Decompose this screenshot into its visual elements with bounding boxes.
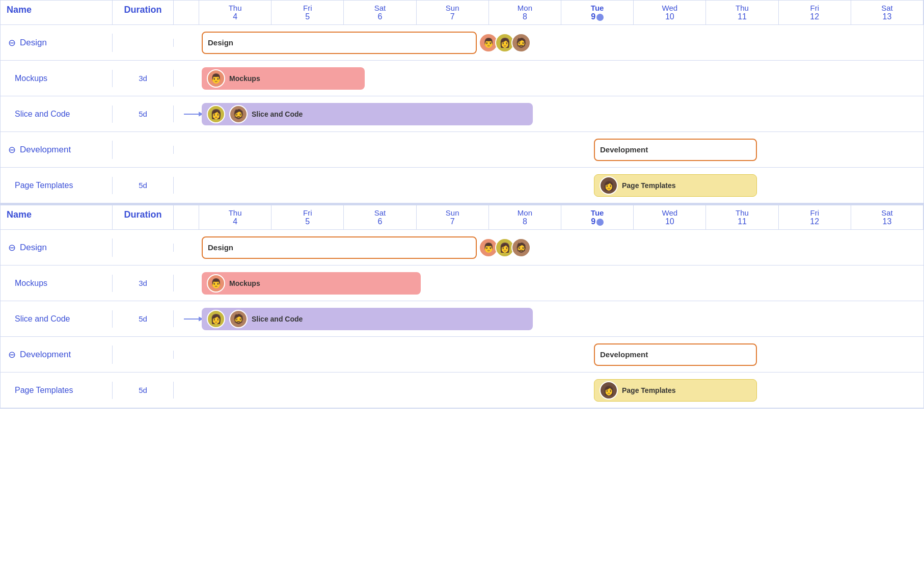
day-name-span: Thu bbox=[201, 208, 269, 217]
avatar-av2: 👩 bbox=[207, 310, 225, 328]
gantt-row-0-0: ⊖DesignDesign👨👩🧔 bbox=[1, 25, 923, 61]
day-name-span: Thu bbox=[708, 4, 776, 12]
bar-label: Mockups bbox=[229, 74, 260, 83]
day-num-span: 5 bbox=[274, 12, 341, 21]
row-duration-4: 5d bbox=[113, 382, 174, 399]
task-bar-pink-1[interactable]: 👨Mockups bbox=[202, 67, 365, 90]
collapse-icon[interactable]: ⊖ bbox=[7, 350, 17, 360]
task-bar-purple-2[interactable]: 👩🧔Slice and Code bbox=[202, 103, 533, 125]
day-num-span: 10 bbox=[636, 217, 703, 226]
row-duration-4: 5d bbox=[113, 177, 174, 194]
task-bar-purple-2[interactable]: 👩🧔Slice and Code bbox=[202, 308, 533, 330]
day-name-span: Sat bbox=[346, 4, 414, 12]
row-duration-3 bbox=[113, 351, 174, 359]
day-name-span: Sun bbox=[419, 208, 486, 217]
task-bar-outline-3[interactable]: Development bbox=[594, 139, 757, 161]
task-bar-outline-3[interactable]: Development bbox=[594, 343, 757, 366]
header-day-8-1: Mon8 bbox=[489, 205, 561, 229]
header-day-partial-0 bbox=[174, 1, 199, 24]
collapse-icon[interactable]: ⊖ bbox=[7, 38, 17, 48]
day-num-span: 8 bbox=[491, 12, 559, 21]
day-num-span: 13 bbox=[853, 12, 921, 21]
header-day-12-1: Fri12 bbox=[779, 205, 851, 229]
bar-label: Development bbox=[600, 145, 648, 154]
row-name-text: Mockups bbox=[15, 74, 47, 83]
header-day-10-1: Wed10 bbox=[634, 205, 706, 229]
bar-label: Design bbox=[208, 243, 233, 252]
day-num-span: 9 bbox=[563, 217, 631, 226]
day-name-span: Sat bbox=[346, 208, 414, 217]
day-num-span: 6 bbox=[346, 12, 414, 21]
task-bar-outline-0[interactable]: Design bbox=[202, 236, 477, 259]
gantt-row-1-0: Mockups3d👨Mockups bbox=[1, 61, 923, 96]
collapse-icon[interactable]: ⊖ bbox=[7, 145, 17, 155]
day-name-span: Mon bbox=[491, 4, 559, 12]
gantt-row-2-0: Slice and Code5d👩🧔Slice and Code bbox=[1, 96, 923, 132]
day-name-span: Sun bbox=[419, 4, 486, 12]
day-name-span: Fri bbox=[781, 4, 849, 12]
day-name-span: Tue bbox=[563, 208, 631, 217]
day-name-span: Fri bbox=[274, 4, 341, 12]
row-name-0: ⊖Design bbox=[1, 238, 113, 257]
row-name-1: Mockups bbox=[1, 70, 113, 87]
header-name-0: Name bbox=[1, 1, 113, 24]
day-name-span: Sat bbox=[853, 4, 921, 12]
row-name-text: Page Templates bbox=[15, 181, 73, 190]
day-name-span: Wed bbox=[636, 208, 703, 217]
task-bar-pink-1[interactable]: 👨Mockups bbox=[202, 272, 421, 295]
gantt-section-1: NameDurationThu4Fri5Sat6Sun7Mon8Tue9Wed1… bbox=[0, 204, 924, 409]
gantt-header-1: NameDurationThu4Fri5Sat6Sun7Mon8Tue9Wed1… bbox=[1, 205, 923, 230]
gantt-row-3-0: ⊖DevelopmentDevelopment bbox=[1, 132, 923, 168]
task-bar-yellow-4[interactable]: 👩Page Templates bbox=[594, 379, 757, 402]
row-duration-2: 5d bbox=[113, 105, 174, 122]
header-day-6-1: Sat6 bbox=[344, 205, 416, 229]
header-day-12-0: Fri12 bbox=[779, 1, 851, 24]
avatar-av1: 👨 bbox=[207, 69, 225, 88]
day-name-span: Sat bbox=[853, 208, 921, 217]
header-day-7-1: Sun7 bbox=[417, 205, 489, 229]
row-duration-1: 3d bbox=[113, 275, 174, 291]
row-name-text: Page Templates bbox=[15, 386, 73, 395]
gantt-row-3-1: ⊖DevelopmentDevelopment bbox=[1, 337, 923, 373]
day-name-span: Fri bbox=[781, 208, 849, 217]
row-duration-3 bbox=[113, 146, 174, 154]
day-name-span: Thu bbox=[201, 4, 269, 12]
row-name-text: Slice and Code bbox=[15, 110, 70, 119]
gantt-row-0-1: ⊖DesignDesign👨👩🧔 bbox=[1, 230, 923, 266]
header-day-5-1: Fri5 bbox=[271, 205, 344, 229]
header-day-9-0: Tue9 bbox=[561, 1, 634, 24]
task-bar-outline-0[interactable]: Design bbox=[202, 32, 477, 54]
header-day-6-0: Sat6 bbox=[344, 1, 416, 24]
header-day-7-0: Sun7 bbox=[417, 1, 489, 24]
day-name-span: Thu bbox=[708, 208, 776, 217]
day-num-span: 8 bbox=[491, 217, 559, 226]
bar-label: Development bbox=[600, 350, 648, 359]
header-day-13-1: Sat13 bbox=[851, 205, 923, 229]
gantt-row-2-1: Slice and Code5d👩🧔Slice and Code bbox=[1, 301, 923, 337]
header-day-4-0: Thu4 bbox=[199, 1, 271, 24]
gantt-body-0: ⊖DesignDesign👨👩🧔Mockups3d👨MockupsSlice a… bbox=[1, 25, 923, 203]
row-duration-0 bbox=[113, 39, 174, 47]
row-name-3: ⊖Development bbox=[1, 141, 113, 159]
collapse-icon[interactable]: ⊖ bbox=[7, 243, 17, 253]
row-duration-1: 3d bbox=[113, 70, 174, 87]
task-bar-yellow-4[interactable]: 👩Page Templates bbox=[594, 174, 757, 197]
bar-label: Slice and Code bbox=[252, 315, 303, 323]
avatar-av1: 👨 bbox=[207, 274, 225, 293]
header-day-13-0: Sat13 bbox=[851, 1, 923, 24]
bar-label: Design bbox=[208, 38, 233, 47]
row-name-text: Development bbox=[20, 145, 71, 155]
avatar-av3: 🧔 bbox=[229, 105, 248, 123]
dep-arrow bbox=[184, 318, 199, 320]
gantt-wrapper: NameDurationThu4Fri5Sat6Sun7Mon8Tue9Wed1… bbox=[0, 0, 924, 409]
day-name-span: Fri bbox=[274, 208, 341, 217]
avatar-av2: 👩 bbox=[207, 105, 225, 123]
day-name-span: Tue bbox=[563, 4, 631, 12]
day-num-span: 12 bbox=[781, 217, 849, 226]
today-marker bbox=[596, 219, 604, 226]
row-name-1: Mockups bbox=[1, 275, 113, 292]
row-name-text: Mockups bbox=[15, 279, 47, 288]
day-num-span: 4 bbox=[201, 217, 269, 226]
header-name-1: Name bbox=[1, 205, 113, 229]
header-day-10-0: Wed10 bbox=[634, 1, 706, 24]
